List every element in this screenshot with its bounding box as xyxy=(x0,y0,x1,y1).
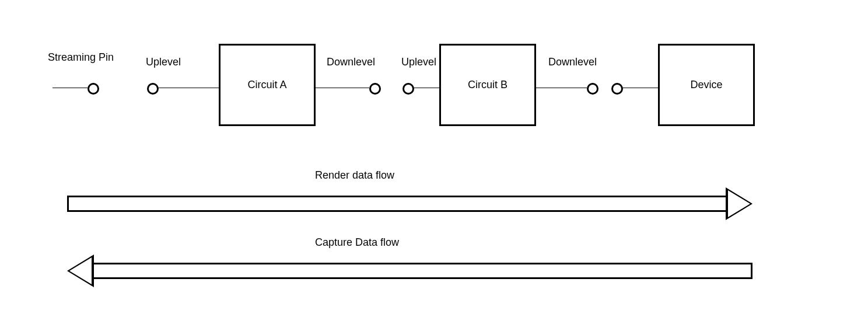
label-capture-flow: Capture Data flow xyxy=(315,236,399,249)
box-circuit-a: Circuit A xyxy=(219,44,316,126)
pin-uplevel-a xyxy=(147,83,159,95)
diagram-canvas: Streaming Pin Uplevel Downlevel Uplevel … xyxy=(0,0,868,324)
label-streaming-pin: Streaming Pin xyxy=(48,51,114,64)
pin-device-in xyxy=(611,83,623,95)
line-to-device xyxy=(622,88,658,89)
box-device-label: Device xyxy=(690,79,722,91)
line-uplevel-a xyxy=(158,88,219,89)
label-uplevel-1: Uplevel xyxy=(146,56,181,68)
box-circuit-a-label: Circuit A xyxy=(247,79,286,91)
line-streaming xyxy=(52,88,88,89)
box-circuit-b-label: Circuit B xyxy=(468,79,508,91)
pin-downlevel-a xyxy=(369,83,381,95)
pin-downlevel-b xyxy=(587,83,598,95)
pin-uplevel-b xyxy=(402,83,414,95)
line-uplevel-b xyxy=(413,88,439,89)
arrow-render-flow xyxy=(67,196,752,211)
arrow-capture-flow xyxy=(67,263,752,278)
pin-streaming xyxy=(88,83,99,95)
box-device: Device xyxy=(658,44,755,126)
label-downlevel-1: Downlevel xyxy=(327,56,375,68)
line-downlevel-b xyxy=(534,88,587,89)
label-render-flow: Render data flow xyxy=(315,169,394,182)
line-downlevel-a xyxy=(314,88,369,89)
box-circuit-b: Circuit B xyxy=(439,44,536,126)
label-uplevel-2: Uplevel xyxy=(401,56,436,68)
label-downlevel-2: Downlevel xyxy=(548,56,597,68)
